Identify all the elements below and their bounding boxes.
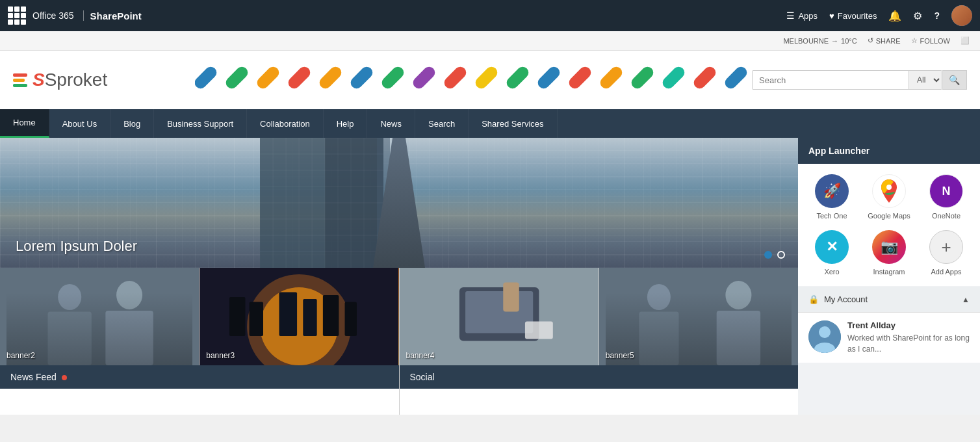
maps-svg <box>879 179 899 203</box>
logo-bars <box>13 73 27 87</box>
hero-text: Lorem Ipsum Doler <box>16 238 137 255</box>
location-text: MELBOURNE <box>783 37 829 45</box>
banner-item-4[interactable]: banner4 <box>400 268 599 365</box>
avatar-image <box>951 5 972 26</box>
logo-bar-green <box>13 84 27 87</box>
app-item-instagram[interactable]: 📷 Instagram <box>866 230 912 276</box>
office365-label[interactable]: Office 365 <box>32 10 84 21</box>
banner-item-5[interactable]: banner5 <box>599 268 798 365</box>
svg-point-50 <box>819 326 831 338</box>
favourites-button[interactable]: ♥ Favourites <box>829 11 877 21</box>
right-sidebar: App Launcher 🚀 Tech One <box>798 138 980 415</box>
nav-item-home[interactable]: Home <box>0 109 49 138</box>
hero-dot-1[interactable] <box>764 251 772 259</box>
top-bar-right: ☰ Apps ♥ Favourites 🔔 ⚙ ? <box>786 5 972 26</box>
app-item-xero[interactable]: ✕ Xero <box>808 230 855 276</box>
svg-point-21 <box>58 284 81 310</box>
search-input-wrap: All <box>752 70 942 90</box>
social-content <box>400 389 799 415</box>
nav-item-collaboration[interactable]: Collaboration <box>247 109 324 138</box>
banner5-label: banner5 <box>606 351 634 360</box>
search-button[interactable]: 🔍 <box>942 70 967 90</box>
nav-bar: Home About Us Blog Business Support Coll… <box>0 109 980 138</box>
google-maps-icon <box>872 174 906 208</box>
avatar[interactable] <box>951 5 972 26</box>
instagram-icon: 📷 <box>872 230 906 264</box>
bell-icon[interactable]: 🔔 <box>888 10 901 22</box>
hero-dot-2[interactable] <box>777 251 785 259</box>
expand-icon: ⬜ <box>961 36 970 45</box>
app-item-addapps[interactable]: + Add Apps <box>923 230 970 276</box>
app-launcher-title: App Launcher <box>808 146 870 156</box>
my-account-section: 🔒 My Account ▲ Trent Allday Worked with … <box>798 287 980 363</box>
star-icon: ☆ <box>911 36 918 45</box>
location-item: MELBOURNE → 10°C <box>783 37 857 45</box>
my-account-header[interactable]: 🔒 My Account ▲ <box>798 287 980 313</box>
header-stripes <box>195 51 759 109</box>
waffle-icon[interactable] <box>8 6 26 25</box>
svg-rect-44 <box>639 312 678 366</box>
news-feed-dot <box>62 375 67 380</box>
nav-item-blog[interactable]: Blog <box>110 109 154 138</box>
arrow-icon: → <box>831 37 838 45</box>
my-account-body: Trent Allday Worked with SharePoint for … <box>798 313 980 363</box>
nav-item-shared-services[interactable]: Shared Services <box>469 109 557 138</box>
site-header: SSproket All 🔍 <box>0 51 980 109</box>
techone-label: Tech One <box>816 212 847 220</box>
header-search: All 🔍 <box>752 70 967 90</box>
top-bar-left: Office 365 SharePoint <box>8 6 781 25</box>
logo-name: Sproket <box>45 70 108 90</box>
waffle-dot <box>14 6 19 12</box>
news-feed-section: News Feed <box>0 365 399 415</box>
nav-item-about-us[interactable]: About Us <box>49 109 110 138</box>
waffle-dot <box>21 13 26 18</box>
waffle-dot <box>21 6 26 12</box>
help-icon[interactable]: ? <box>934 10 940 21</box>
social-title: Social <box>410 372 435 382</box>
app-item-techone[interactable]: 🚀 Tech One <box>808 174 855 220</box>
logo-text: SSproket <box>32 70 107 90</box>
app-item-onenote[interactable]: N OneNote <box>923 174 970 220</box>
apps-button[interactable]: ☰ Apps <box>786 10 818 21</box>
waffle-dot <box>14 20 19 25</box>
onenote-label: OneNote <box>932 212 961 220</box>
banner-item-2[interactable]: banner2 <box>0 268 199 365</box>
logo-area[interactable]: SSproket <box>13 70 107 90</box>
section-row: News Feed Social <box>0 365 798 415</box>
svg-rect-22 <box>48 312 92 366</box>
logo-bar-orange <box>13 79 25 82</box>
search-input[interactable] <box>753 71 909 89</box>
gear-icon[interactable]: ⚙ <box>913 10 922 22</box>
svg-rect-24 <box>105 311 153 365</box>
share-item[interactable]: ↺ SHARE <box>868 36 901 45</box>
temperature-text: 10°C <box>841 37 857 45</box>
expand-item[interactable]: ⬜ <box>961 36 970 45</box>
svg-point-23 <box>116 281 142 309</box>
nav-item-search[interactable]: Search <box>415 109 469 138</box>
follow-item[interactable]: ☆ FOLLOW <box>911 36 950 45</box>
nav-item-news[interactable]: News <box>367 109 415 138</box>
xero-label: Xero <box>824 268 839 276</box>
my-account-title: 🔒 My Account <box>808 294 868 304</box>
addapps-label: Add Apps <box>931 268 961 276</box>
svg-point-48 <box>886 185 892 190</box>
nav-item-business-support[interactable]: Business Support <box>154 109 247 138</box>
user-avatar <box>808 320 841 353</box>
sharepoint-label[interactable]: SharePoint <box>90 10 142 21</box>
nav-item-help[interactable]: Help <box>324 109 368 138</box>
news-feed-title: News Feed <box>10 372 57 382</box>
instagram-label: Instagram <box>873 268 905 276</box>
app-item-googlemaps[interactable]: Google Maps <box>866 174 912 220</box>
social-header: Social <box>400 365 799 389</box>
top-bar: Office 365 SharePoint ☰ Apps ♥ Favourite… <box>0 0 980 31</box>
follow-label: FOLLOW <box>920 37 950 45</box>
search-scope-select[interactable]: All <box>909 71 942 89</box>
share-refresh-icon: ↺ <box>868 36 873 45</box>
banner-grid: banner2 banner3 <box>0 268 798 365</box>
xero-icon: ✕ <box>815 230 849 264</box>
tech-one-icon: 🚀 <box>815 174 849 208</box>
apps-icon: ☰ <box>786 10 795 21</box>
user-desc: Worked with SharePoint for as long as I … <box>847 333 970 355</box>
waffle-dot <box>21 20 26 25</box>
banner-item-3[interactable]: banner3 <box>200 268 398 365</box>
